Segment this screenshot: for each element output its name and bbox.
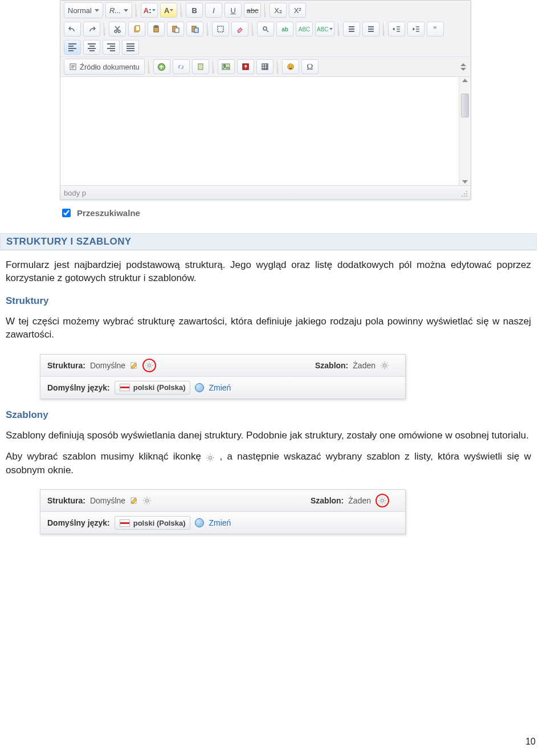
flash-button[interactable]	[237, 59, 254, 74]
svg-rect-3	[136, 26, 140, 31]
source-button[interactable]: Źródło dokumentu	[64, 59, 145, 75]
anchor-button[interactable]	[192, 59, 209, 74]
szablon-gear-icon[interactable]	[380, 361, 389, 370]
svg-point-27	[145, 499, 149, 502]
redo-button[interactable]	[83, 22, 100, 36]
szablon-value: Żaden	[353, 361, 375, 370]
outdent-button[interactable]	[388, 22, 405, 36]
superscript-button[interactable]: X²	[289, 3, 306, 18]
indent-button[interactable]	[407, 22, 424, 36]
scrollbar[interactable]	[459, 77, 471, 185]
resize-handle[interactable]	[459, 189, 467, 197]
searchable-row: Przeszukiwalne	[60, 207, 537, 219]
table-button[interactable]	[256, 59, 274, 74]
undo-button[interactable]	[64, 22, 81, 36]
font-select[interactable]: R...	[105, 2, 132, 18]
struktura-value: Domyślne	[90, 361, 125, 370]
align-right-button[interactable]	[103, 40, 120, 55]
section-heading: STRUKTURY I SZABLONY	[0, 233, 537, 250]
find-button[interactable]	[257, 22, 274, 36]
paste-button[interactable]	[148, 22, 165, 36]
globe-icon-2	[195, 518, 204, 527]
scroll-thumb[interactable]	[461, 94, 469, 117]
flag-pl-icon	[120, 384, 130, 391]
toolbar-row-2: ab ABC ABC ❞	[60, 20, 471, 38]
smiley-button[interactable]	[282, 59, 299, 74]
lang-badge-2[interactable]: polski (Polska)	[115, 516, 191, 530]
globe-icon	[195, 383, 204, 392]
subhead-szablony: Szablony	[6, 409, 531, 421]
expand-down-icon[interactable]	[460, 68, 466, 71]
svg-point-23	[148, 364, 151, 367]
svg-rect-9	[194, 28, 198, 32]
replace-button[interactable]: ab	[276, 22, 293, 36]
svg-point-20	[289, 66, 290, 67]
selectall-button[interactable]	[212, 22, 229, 36]
unordered-list-button[interactable]	[362, 22, 379, 36]
align-justify-button[interactable]	[122, 40, 139, 55]
ordered-list-button[interactable]	[343, 22, 360, 36]
inline-gear-icon	[206, 453, 215, 462]
svg-point-24	[383, 364, 386, 367]
lang-label-2: Domyślny język:	[47, 518, 110, 527]
bold-button[interactable]: B	[186, 3, 203, 18]
status-path: body p	[64, 189, 86, 197]
szablon-value-2: Żaden	[348, 496, 371, 505]
cut-button[interactable]	[109, 22, 126, 36]
panel1-row1: Struktura: Domyślne Szablon: Żaden	[40, 355, 405, 377]
paste-text-button[interactable]	[167, 22, 184, 36]
toolbar-row-1: Normal R... A: A B I U abc X₂ X²	[60, 1, 471, 20]
structure-panel-2: Struktura: Domyślne Szablon: Żaden Domyś…	[40, 489, 406, 534]
italic-button[interactable]: I	[205, 3, 222, 18]
paste-word-button[interactable]	[186, 22, 203, 36]
flag-pl-icon-2	[120, 519, 130, 527]
strike-button[interactable]: abc	[244, 3, 261, 18]
svg-point-11	[263, 27, 267, 30]
scroll-up-icon[interactable]	[462, 79, 468, 82]
spellcheck-button[interactable]: ABC	[296, 22, 313, 36]
edit-icon[interactable]	[130, 361, 138, 369]
paragraph-1: Formularz jest najbardziej podstawową st…	[6, 258, 531, 285]
paragraph-2: W tej części możemy wybrać strukturę zaw…	[6, 315, 531, 342]
svg-rect-7	[175, 28, 179, 32]
expand-up-icon[interactable]	[460, 63, 466, 66]
struktura-gear-icon-2[interactable]	[142, 496, 152, 505]
unlink-button[interactable]	[173, 59, 190, 74]
searchable-checkbox[interactable]	[62, 209, 71, 217]
struktura-label: Struktura:	[47, 361, 85, 370]
format-select-label: Normal	[68, 6, 92, 15]
svg-rect-10	[218, 26, 223, 32]
edit-icon-2[interactable]	[130, 497, 138, 505]
struktura-gear-icon[interactable]	[142, 359, 156, 372]
searchable-label: Przeszukiwalne	[77, 208, 140, 218]
subscript-button[interactable]: X₂	[270, 3, 287, 18]
structure-panel-1: Struktura: Domyślne Szablon: Żaden Domyś…	[40, 354, 406, 399]
scroll-down-icon[interactable]	[462, 180, 468, 184]
link-button[interactable]	[153, 59, 170, 74]
spellcheck2-button[interactable]: ABC	[315, 22, 334, 36]
lang-badge[interactable]: polski (Polska)	[115, 381, 191, 395]
szablon-gear-icon-2[interactable]	[375, 494, 389, 507]
svg-rect-5	[155, 26, 157, 27]
specialchar-button[interactable]: Ω	[301, 59, 319, 74]
image-button[interactable]	[218, 59, 235, 74]
copy-button[interactable]	[128, 22, 145, 36]
page-number: 10	[525, 737, 536, 747]
underline-button[interactable]: U	[224, 3, 242, 18]
svg-point-0	[115, 30, 117, 32]
highlight-button[interactable]: A	[160, 3, 177, 18]
change-link[interactable]: Zmień	[209, 383, 231, 392]
align-center-button[interactable]	[83, 40, 100, 55]
change-link-2[interactable]: Zmień	[209, 518, 231, 527]
format-select[interactable]: Normal	[64, 2, 103, 18]
editor-textarea[interactable]	[60, 76, 471, 185]
lang-value: polski (Polska)	[133, 383, 186, 392]
blockquote-button[interactable]: ❞	[427, 22, 444, 36]
svg-point-21	[291, 66, 292, 67]
svg-point-28	[381, 499, 384, 502]
textcolor-button[interactable]: A:	[141, 3, 158, 18]
paragraph-4a: Aby wybrać szablon musimy kliknąć ikonkę	[6, 451, 206, 462]
lang-value-2: polski (Polska)	[133, 519, 186, 527]
align-left-button[interactable]	[64, 40, 81, 55]
eraser-button[interactable]	[231, 22, 248, 36]
